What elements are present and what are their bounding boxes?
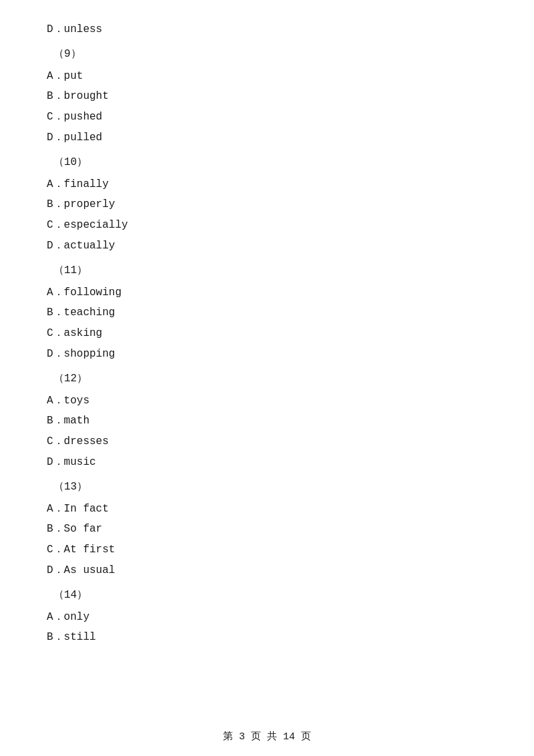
option-item: A．following [47,283,487,303]
section-label: （10） [53,153,487,172]
option-item: D．actually [47,236,487,256]
main-content: D．unless（9）A．putB．broughtC．pushedD．pulle… [0,0,534,689]
option-item: C．asking [47,324,487,343]
section-label: （12） [53,369,487,389]
option-item: B．math [47,411,487,431]
option-item: A．finally [47,175,487,194]
option-item: B．properly [47,195,487,214]
option-item: C．At first [47,540,487,560]
option-item: A．toys [47,391,487,411]
section-label: （13） [53,478,487,497]
section-label: （14） [53,586,487,605]
option-item: A．In fact [47,500,487,519]
section-label: （9） [53,45,487,64]
option-item: B．still [47,628,487,647]
option-item: B．brought [47,87,487,106]
option-item: D．shopping [47,345,487,364]
page-footer: 第 3 页 共 14 页 [0,730,534,743]
option-item: C．dresses [47,432,487,451]
option-item: B．So far [47,520,487,539]
option-item: D．music [47,453,487,472]
option-item: D．unless [47,20,487,39]
option-item: D．pulled [47,128,487,148]
option-item: C．especially [47,216,487,235]
option-item: A．only [47,608,487,627]
option-item: C．pushed [47,108,487,127]
option-item: D．As usual [47,561,487,580]
section-label: （11） [53,261,487,280]
option-item: A．put [47,67,487,86]
option-item: B．teaching [47,303,487,323]
